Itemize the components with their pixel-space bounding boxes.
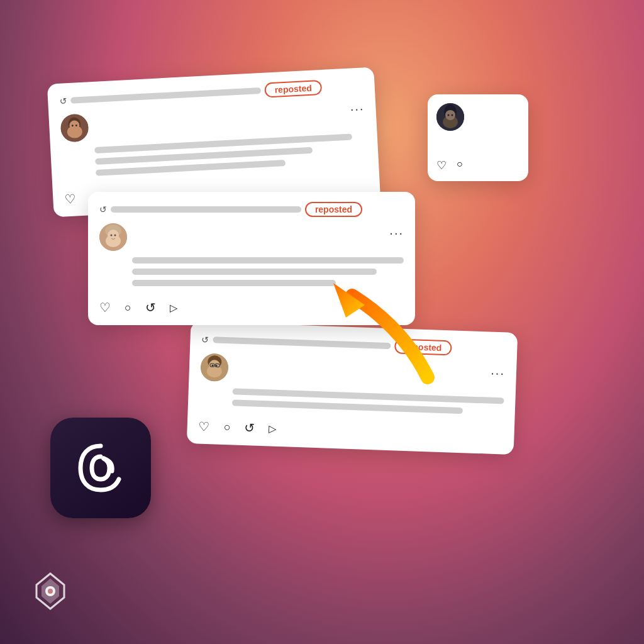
- avatar-2: [99, 223, 127, 251]
- handle-bar: [94, 126, 150, 129]
- repost-icon-1: ↺: [59, 96, 67, 106]
- svg-point-10: [448, 114, 450, 116]
- reposted-badge-1: reposted: [264, 80, 322, 98]
- gray-bar: [70, 87, 261, 104]
- repost-icon-3: ↺: [201, 335, 209, 345]
- card-header-2: ···: [99, 223, 404, 251]
- like-button-2[interactable]: ♡: [99, 300, 111, 315]
- avatar-dark: [436, 103, 464, 131]
- more-button-3[interactable]: ···: [491, 366, 505, 381]
- user-info-2: [132, 236, 384, 239]
- background: ↺ reposted: [0, 0, 644, 644]
- like-button-3[interactable]: ♡: [198, 419, 210, 435]
- logo-watermark: [31, 572, 69, 613]
- right-card-content: ♡ ○: [436, 103, 519, 172]
- arrow-graphic: [314, 277, 453, 402]
- svg-point-16: [111, 235, 113, 236]
- handle-bar: [233, 370, 296, 372]
- avatar-3: [200, 353, 229, 382]
- username-bar: [233, 367, 328, 370]
- content-line: [132, 257, 404, 264]
- content-line: [132, 269, 377, 275]
- threads-app-icon: [50, 418, 151, 518]
- card-right-partial: ♡ ○: [428, 94, 528, 181]
- content-line: [132, 280, 336, 286]
- actions-row-3: ♡ ○ ↺ ▷: [198, 414, 503, 445]
- right-comment[interactable]: ○: [457, 158, 463, 172]
- avatar-1: [60, 113, 89, 142]
- repost-button-2[interactable]: ↺: [145, 300, 156, 315]
- svg-point-9: [445, 110, 455, 120]
- svg-point-31: [48, 589, 53, 594]
- reposted-badge-2: reposted: [305, 202, 362, 217]
- repost-row-2: ↺ reposted: [99, 202, 404, 217]
- like-button-1[interactable]: ♡: [64, 191, 76, 207]
- share-button-2[interactable]: ▷: [170, 302, 177, 314]
- username-bar: [93, 121, 181, 125]
- more-button-2[interactable]: ···: [389, 226, 404, 240]
- svg-point-11: [452, 114, 453, 116]
- comment-button-2[interactable]: ○: [125, 301, 131, 314]
- svg-point-17: [114, 235, 116, 236]
- comment-button-3[interactable]: ○: [223, 420, 231, 433]
- content-lines-1: [94, 133, 367, 176]
- share-button-3[interactable]: ▷: [269, 423, 277, 435]
- gray-bar: [111, 206, 301, 213]
- right-like[interactable]: ♡: [436, 158, 447, 172]
- more-button-1[interactable]: ···: [350, 101, 365, 116]
- repost-icon-2: ↺: [99, 204, 107, 214]
- user-info-1: [93, 112, 345, 128]
- repost-button-3[interactable]: ↺: [244, 420, 255, 436]
